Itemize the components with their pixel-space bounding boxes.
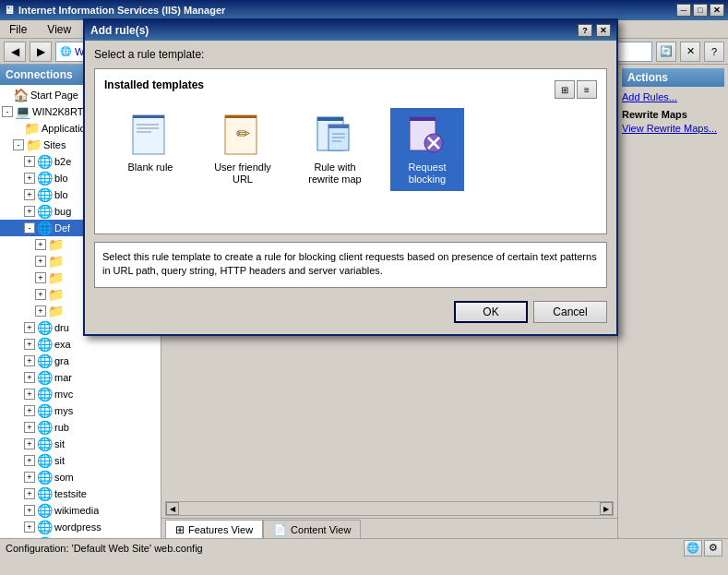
modal-title: Add rule(s) xyxy=(90,24,574,37)
rule-rewrite-label: Rule with rewrite map xyxy=(304,162,366,186)
user-friendly-icon: ✏ xyxy=(221,114,265,158)
modal-overlay: Add rule(s) ? ✕ Select a rule template: … xyxy=(0,0,728,557)
templates-grid: Blank rule ✏ User friendly URL xyxy=(104,108,597,191)
svg-rect-0 xyxy=(133,115,164,154)
svg-rect-1 xyxy=(133,115,164,118)
modal-help-button[interactable]: ? xyxy=(578,24,592,37)
user-friendly-label: User friendly URL xyxy=(211,162,274,186)
installed-templates-box: Installed templates ⊞ ≡ xyxy=(94,68,607,234)
svg-rect-6 xyxy=(225,115,257,118)
modal-dialog: Add rule(s) ? ✕ Select a rule template: … xyxy=(83,18,618,336)
request-blocking-label: Request blocking xyxy=(396,162,459,186)
svg-rect-11 xyxy=(328,125,349,128)
view-grid-button[interactable]: ⊞ xyxy=(555,80,575,99)
template-user-friendly[interactable]: ✏ User friendly URL xyxy=(206,108,280,191)
view-list-button[interactable]: ≡ xyxy=(577,80,597,99)
template-request-blocking[interactable]: Request blocking xyxy=(390,108,464,191)
blank-rule-label: Blank rule xyxy=(128,162,173,174)
svg-rect-9 xyxy=(317,117,343,121)
rule-rewrite-icon xyxy=(313,114,357,158)
installed-templates-title: Installed templates xyxy=(104,78,204,91)
modal-ok-button[interactable]: OK xyxy=(454,301,528,323)
svg-text:✏: ✏ xyxy=(236,125,250,143)
modal-description: Select this rule template to create a ru… xyxy=(94,242,607,288)
modal-select-prompt: Select a rule template: xyxy=(94,48,607,61)
modal-cancel-button[interactable]: Cancel xyxy=(533,301,607,323)
request-blocking-icon xyxy=(405,114,449,158)
template-blank-rule[interactable]: Blank rule xyxy=(113,108,187,191)
template-rule-rewrite[interactable]: Rule with rewrite map xyxy=(298,108,372,191)
blank-rule-icon xyxy=(128,114,173,158)
modal-titlebar: Add rule(s) ? ✕ xyxy=(85,20,616,41)
modal-buttons: OK Cancel xyxy=(94,297,607,327)
svg-rect-16 xyxy=(410,117,436,121)
modal-close-button[interactable]: ✕ xyxy=(596,24,611,37)
modal-body: Select a rule template: Installed templa… xyxy=(85,41,616,334)
